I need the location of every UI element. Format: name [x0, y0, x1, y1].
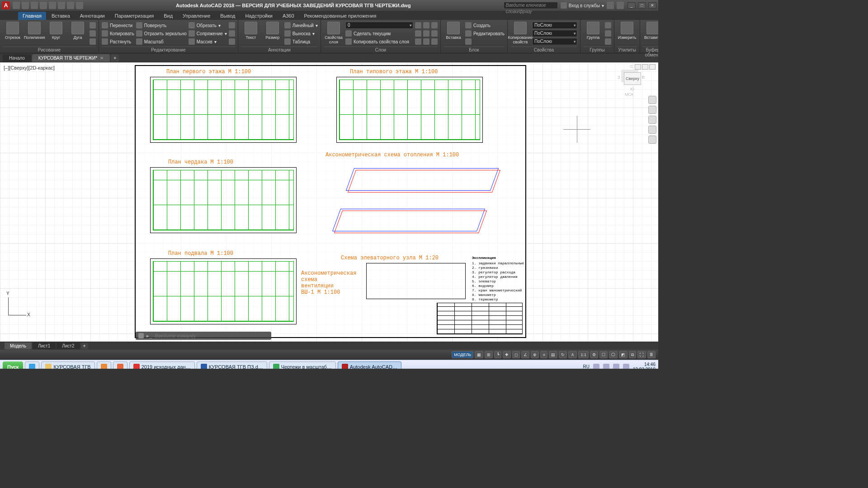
leader-button[interactable]: Выноска ▾ — [284, 30, 318, 37]
draw-extra-1[interactable] — [90, 22, 96, 29]
taskbar-chrome[interactable]: Чертежи в масштаб… — [269, 361, 336, 369]
modify-extra-2[interactable] — [229, 30, 235, 37]
tray-arrow-icon[interactable] — [593, 364, 599, 369]
nav-zoom-icon[interactable] — [648, 116, 656, 124]
taskbar-autocad[interactable]: Autodesk AutoCAD… — [338, 361, 401, 369]
nav-wheel-icon[interactable] — [648, 96, 656, 104]
qat-dropdown-icon[interactable] — [76, 2, 83, 9]
scale-button[interactable]: Масштаб — [136, 38, 187, 45]
arc-button[interactable]: Дуга — [68, 21, 88, 40]
linetype-combo[interactable]: ПоСлою — [532, 38, 577, 45]
group-button[interactable]: Группа — [583, 21, 603, 40]
taskbar-wmp[interactable] — [97, 361, 111, 369]
layer-extra-2[interactable] — [415, 30, 438, 37]
view-cube[interactable]: С Ю В З Сверху МСК — [618, 65, 646, 92]
taskbar-firefox[interactable] — [113, 361, 127, 369]
status-iso-icon[interactable]: ◩ — [619, 351, 627, 358]
viewport-controls[interactable]: [–][Сверху][2D-каркас] — [4, 65, 55, 70]
help-icon[interactable] — [617, 2, 624, 9]
circle-button[interactable]: Круг — [46, 21, 66, 40]
ribbon-tab-annotate[interactable]: Аннотации — [75, 12, 109, 20]
group-extra-3[interactable] — [605, 38, 611, 45]
ribbon-tab-insert[interactable]: Вставка — [47, 12, 75, 20]
new-drawing-tab[interactable]: + — [111, 55, 119, 62]
status-dyn-icon[interactable]: ⊕ — [531, 351, 539, 358]
drawing-area[interactable]: [–][Сверху][2D-каркас] План первого этаж… — [0, 62, 658, 342]
tray-network-icon[interactable] — [613, 364, 619, 369]
group-extra-2[interactable] — [605, 30, 611, 37]
linear-dim-button[interactable]: Линейный ▾ — [284, 22, 318, 29]
taskbar-folder[interactable]: КУРСОВАЯ ТГВ — [41, 361, 94, 369]
dimension-button[interactable]: Размер — [263, 21, 283, 40]
qat-plot-icon[interactable] — [49, 2, 56, 9]
ribbon-tab-output[interactable]: Вывод — [216, 12, 240, 20]
status-otrack-icon[interactable]: ∠ — [521, 351, 529, 358]
status-ws-icon[interactable]: ☐ — [599, 351, 608, 358]
view-cube-face[interactable]: Сверху — [624, 72, 641, 85]
ribbon-tab-featured[interactable]: Рекомендованные приложения — [300, 12, 381, 20]
ribbon-tab-a360[interactable]: A360 — [278, 12, 299, 20]
layout-tab-model[interactable]: Модель — [5, 343, 32, 349]
qat-saveas-icon[interactable] — [40, 2, 47, 9]
edit-block-button[interactable]: Редактировать — [465, 30, 505, 37]
status-cycle-icon[interactable]: ↻ — [559, 351, 567, 358]
nav-showmotion-icon[interactable] — [648, 136, 656, 144]
group-extra-1[interactable] — [605, 22, 611, 29]
layer-properties-button[interactable]: Свойства слоя — [324, 21, 344, 44]
status-polar-icon[interactable]: ✚ — [503, 351, 511, 358]
match-layer-button[interactable]: Копировать свойства слоя — [345, 38, 413, 45]
command-options-icon[interactable] — [138, 333, 144, 338]
status-osnap-icon[interactable]: ◻ — [512, 351, 520, 358]
layer-extra-1[interactable] — [415, 22, 438, 29]
polyline-button[interactable]: Полилиния — [24, 21, 44, 40]
command-line[interactable]: ▸_ — [136, 332, 271, 340]
stretch-button[interactable]: Растянуть — [102, 38, 134, 45]
text-button[interactable]: Текст — [241, 21, 261, 40]
fillet-button[interactable]: Сопряжение ▾ — [189, 30, 227, 37]
qat-redo-icon[interactable] — [67, 2, 74, 9]
start-button[interactable]: Пуск — [3, 361, 23, 369]
insert-block-button[interactable]: Вставка — [443, 21, 463, 40]
status-monitor-icon[interactable]: 🖵 — [609, 351, 618, 358]
lineweight-combo[interactable]: ПоСлою — [532, 30, 577, 37]
status-lwt-icon[interactable]: ≡ — [540, 351, 547, 358]
rotate-button[interactable]: Повернуть — [136, 22, 187, 29]
qat-open-icon[interactable] — [22, 2, 29, 9]
qat-save-icon[interactable] — [31, 2, 38, 9]
taskbar-ie[interactable] — [25, 361, 39, 369]
layer-combo[interactable]: 0 — [345, 22, 413, 29]
drawing-tab-current[interactable]: КУРСОВАЯ ТГВ ЧЕРТЕЖИ*✕ — [32, 54, 110, 62]
status-hw-icon[interactable]: ⧉ — [629, 351, 636, 358]
make-current-button[interactable]: Сделать текущим — [345, 30, 413, 37]
status-annoscale-icon[interactable]: Ａ — [568, 351, 577, 358]
layout-tab-sheet1[interactable]: Лист1 — [33, 343, 56, 349]
sign-in-button[interactable]: Вход в службы ▾ — [561, 2, 604, 9]
ribbon-tab-addins[interactable]: Надстройки — [241, 12, 277, 20]
taskbar-pdf[interactable]: 2019 исходных дан… — [129, 361, 195, 369]
measure-button[interactable]: Измерить — [617, 21, 637, 40]
taskbar-clock[interactable]: 14:46 12.03.2019 — [633, 362, 656, 369]
layout-tab-sheet2[interactable]: Лист2 — [57, 343, 80, 349]
ribbon-tab-view[interactable]: Вид — [159, 12, 177, 20]
paste-button[interactable]: Вставить — [643, 21, 658, 40]
status-gear-icon[interactable]: ⚙ — [590, 351, 598, 358]
ribbon-tab-manage[interactable]: Управление — [178, 12, 215, 20]
nav-pan-icon[interactable] — [648, 106, 656, 114]
status-ortho-icon[interactable]: ┗ — [494, 351, 501, 358]
close-tab-icon[interactable]: ✕ — [100, 56, 104, 61]
match-properties-button[interactable]: Копирование свойств — [510, 21, 530, 44]
maximize-button[interactable]: □ — [638, 2, 646, 9]
draw-extra-2[interactable] — [90, 30, 96, 37]
status-model-button[interactable]: МОДЕЛЬ — [452, 351, 473, 358]
taskbar-word[interactable]: КУРСОВАЯ ТГВ ПЗ.d… — [197, 361, 267, 369]
ribbon-tab-home[interactable]: Главная — [18, 12, 46, 20]
modify-extra-3[interactable] — [229, 38, 235, 45]
create-block-button[interactable]: Создать — [465, 22, 505, 29]
mirror-button[interactable]: Отразить зеркально — [136, 30, 187, 37]
tray-volume-icon[interactable] — [603, 364, 609, 369]
trim-button[interactable]: Обрезать ▾ — [189, 22, 227, 29]
layer-extra-3[interactable] — [415, 38, 438, 45]
command-input[interactable] — [155, 333, 269, 338]
table-button[interactable]: Таблица — [284, 38, 318, 45]
status-clean-icon[interactable]: ⛶ — [637, 351, 646, 358]
